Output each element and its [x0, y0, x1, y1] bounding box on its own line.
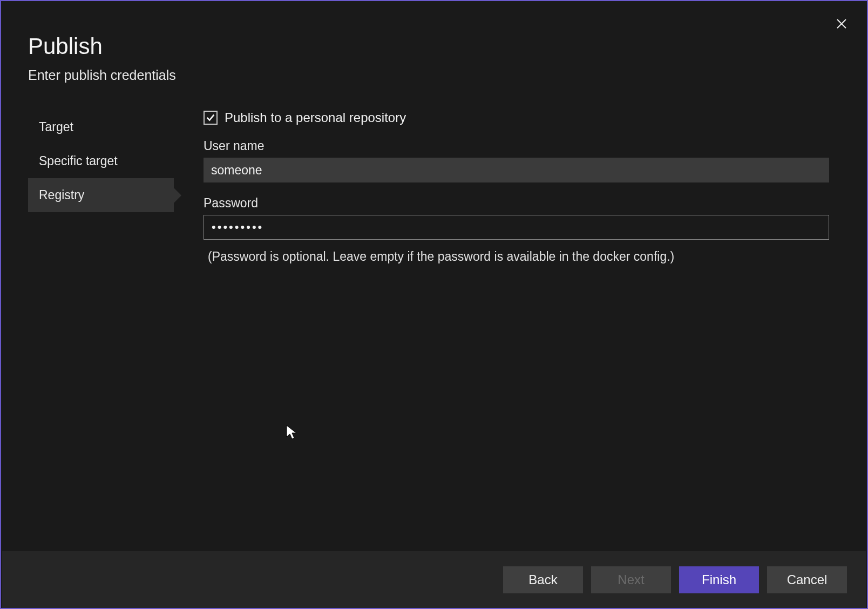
dialog-subtitle: Enter publish credentials	[28, 67, 840, 83]
back-button[interactable]: Back	[503, 566, 583, 593]
sidebar-item-target[interactable]: Target	[28, 110, 174, 144]
sidebar-item-specific-target[interactable]: Specific target	[28, 144, 174, 178]
next-button: Next	[591, 566, 671, 593]
personal-repo-row: Publish to a personal repository	[204, 110, 829, 125]
sidebar-item-label: Registry	[39, 188, 84, 202]
password-hint: (Password is optional. Leave empty if th…	[204, 249, 829, 264]
dialog-footer: Back Next Finish Cancel	[2, 551, 866, 608]
checkmark-icon	[206, 113, 215, 123]
close-icon	[836, 18, 847, 29]
finish-button[interactable]: Finish	[679, 566, 759, 593]
sidebar-item-label: Specific target	[39, 154, 118, 168]
personal-repo-checkbox[interactable]	[204, 111, 218, 125]
sidebar-item-label: Target	[39, 120, 73, 134]
mouse-cursor-icon	[286, 425, 298, 440]
username-input[interactable]	[204, 158, 829, 182]
personal-repo-label: Publish to a personal repository	[225, 110, 406, 125]
password-input[interactable]	[204, 215, 829, 240]
username-label: User name	[204, 139, 829, 153]
close-button[interactable]	[835, 17, 848, 30]
password-label: Password	[204, 196, 829, 211]
cancel-button[interactable]: Cancel	[767, 566, 847, 593]
dialog-title: Publish	[28, 33, 840, 59]
wizard-sidebar: Target Specific target Registry	[28, 110, 174, 264]
sidebar-item-registry[interactable]: Registry	[28, 178, 174, 212]
form-area: Publish to a personal repository User na…	[174, 110, 845, 264]
dialog-header: Publish Enter publish credentials	[1, 1, 867, 83]
dialog-content: Target Specific target Registry Publish …	[1, 83, 867, 264]
